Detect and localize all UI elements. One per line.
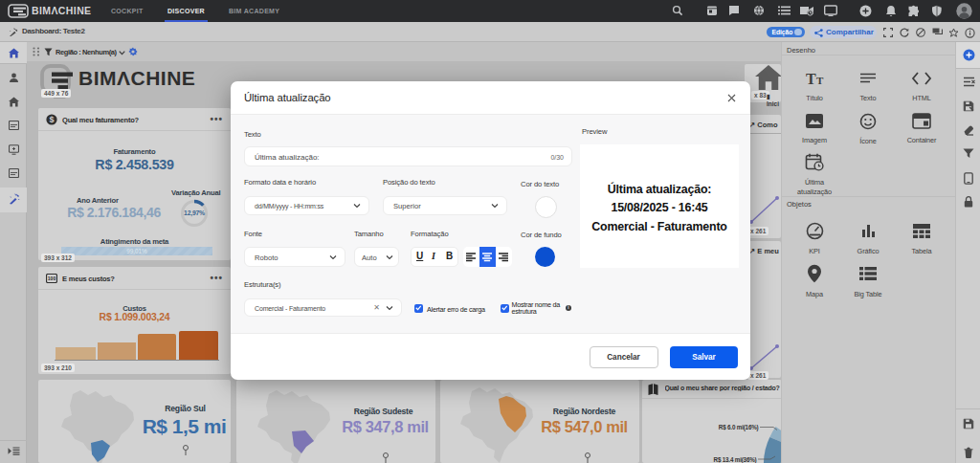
svg-text:$: $ <box>49 115 54 124</box>
svg-text:100: 100 <box>48 276 56 281</box>
svg-text:T: T <box>816 75 824 86</box>
svg-text:12,97%: 12,97% <box>184 209 205 217</box>
svg-text:99,01%: 99,01% <box>126 248 147 254</box>
svg-text:T: T <box>806 71 816 87</box>
